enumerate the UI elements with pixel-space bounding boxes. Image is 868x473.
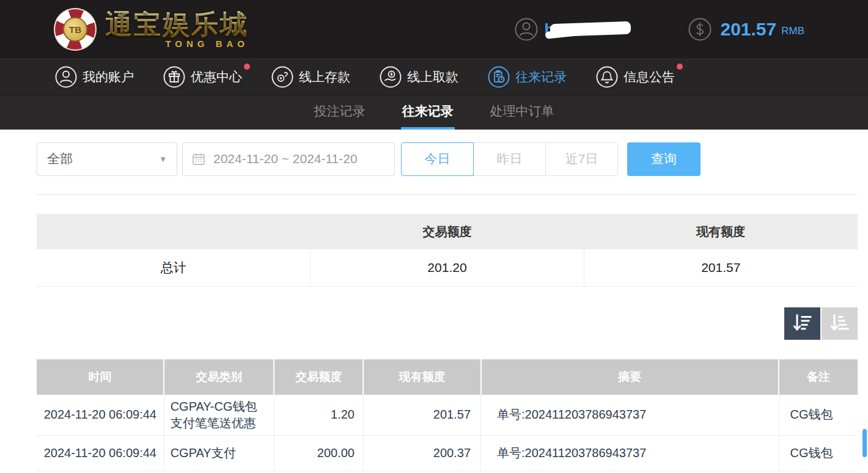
col-amount: 交易额度 xyxy=(274,359,363,395)
type-select-value: 全部 xyxy=(47,150,73,167)
sort-descending-button[interactable] xyxy=(784,307,820,340)
main-content: 全部 ▼ 2024-11-20 ~ 2024-11-20 今日 昨日 近7日 查… xyxy=(0,130,868,471)
cell-time: 2024-11-20 06:09:44 xyxy=(37,435,164,471)
gift-icon xyxy=(163,66,185,88)
summary-table: 交易额度 现有额度 总计 201.20 201.57 xyxy=(37,214,858,287)
query-button[interactable]: 查询 xyxy=(627,142,701,176)
casino-chip-icon: TB xyxy=(54,8,97,51)
sort-ascending-button[interactable] xyxy=(822,307,858,340)
cell-amount: 1.20 xyxy=(274,395,363,436)
withdraw-hand-coin-icon xyxy=(380,66,402,88)
section-divider xyxy=(37,194,858,195)
nav-label: 我的账户 xyxy=(83,68,134,86)
table-row: 2024-11-20 06:09:44 CGPAY支付 200.00 200.3… xyxy=(37,435,858,471)
summary-col-current-balance: 现有额度 xyxy=(584,214,858,249)
nav-item-records[interactable]: 往来记录 xyxy=(488,66,567,88)
cell-summary: 单号:202411203786943737 xyxy=(481,395,779,436)
range-yesterday-button[interactable]: 昨日 xyxy=(473,142,546,176)
col-type: 交易类别 xyxy=(164,359,274,395)
site-subtitle: TONG BAO xyxy=(105,39,249,48)
calendar-icon xyxy=(191,152,206,166)
cell-time: 2024-11-20 06:09:44 xyxy=(37,395,164,436)
transactions-table: 时间 交易类别 交易额度 现有额度 摘要 备注 2024-11-20 06:09… xyxy=(37,359,858,471)
chevron-down-icon: ▼ xyxy=(159,155,167,164)
cell-balance: 201.57 xyxy=(363,395,480,436)
main-navigation: 我的账户 优惠中心 线上存款 线上取款 往来记录 信息公告 xyxy=(0,59,868,95)
username-redacted: b xyxy=(544,18,636,41)
nav-item-withdraw[interactable]: 线上取款 xyxy=(380,66,458,88)
user-icon xyxy=(515,18,538,41)
cell-remark: CG钱包 xyxy=(779,435,858,471)
nav-label: 信息公告 xyxy=(623,68,675,86)
cell-type: CGPAY支付 xyxy=(164,435,274,471)
notification-badge xyxy=(677,64,683,70)
range-today-button[interactable]: 今日 xyxy=(401,142,474,176)
summary-total-label: 总计 xyxy=(37,249,311,286)
deposit-hand-coin-icon xyxy=(271,66,293,88)
table-header-row: 时间 交易类别 交易额度 现有额度 摘要 备注 xyxy=(37,359,858,395)
notification-badge xyxy=(244,64,250,70)
cell-summary: 单号:202411203786943737 xyxy=(481,435,779,471)
summary-current-balance: 201.57 xyxy=(584,249,858,286)
summary-total-row: 总计 201.20 201.57 xyxy=(37,249,858,286)
bell-icon xyxy=(596,66,618,88)
date-range-input[interactable]: 2024-11-20 ~ 2024-11-20 xyxy=(182,142,395,176)
balance-currency: RMB xyxy=(781,25,804,37)
col-remark: 备注 xyxy=(779,359,858,395)
records-clipboard-icon xyxy=(488,66,510,88)
site-title: 通宝娱乐城 xyxy=(105,11,249,38)
nav-item-deposit[interactable]: 线上存款 xyxy=(271,66,350,88)
type-select[interactable]: 全部 ▼ xyxy=(37,142,177,176)
nav-label: 线上存款 xyxy=(299,68,350,86)
tab-pending-orders[interactable]: 处理中订单 xyxy=(489,95,556,130)
range-last7-button[interactable]: 近7日 xyxy=(545,142,618,176)
nav-label: 往来记录 xyxy=(515,68,567,86)
top-header: TB 通宝娱乐城 TONG BAO b 201.57 RMB xyxy=(0,0,868,59)
nav-label: 优惠中心 xyxy=(191,68,242,86)
quick-range-group: 今日 昨日 近7日 xyxy=(401,142,618,176)
col-balance: 现有额度 xyxy=(363,359,480,395)
summary-col-blank xyxy=(37,214,311,249)
user-circle-icon xyxy=(55,66,77,88)
site-logo[interactable]: TB 通宝娱乐城 TONG BAO xyxy=(54,8,249,51)
dollar-coin-icon xyxy=(688,18,712,41)
summary-col-transaction-amount: 交易额度 xyxy=(311,214,584,249)
chip-monogram: TB xyxy=(63,17,87,42)
tab-betting-records[interactable]: 投注记录 xyxy=(313,95,367,130)
filter-bar: 全部 ▼ 2024-11-20 ~ 2024-11-20 今日 昨日 近7日 查… xyxy=(37,142,858,176)
cell-amount: 200.00 xyxy=(274,435,363,471)
balance-amount: 201.57 xyxy=(720,19,776,40)
cell-balance: 200.37 xyxy=(363,435,480,471)
balance-display[interactable]: 201.57 RMB xyxy=(688,18,804,41)
table-row: 2024-11-20 06:09:44 CGPAY-CG钱包支付笔笔送优惠 1.… xyxy=(37,395,858,436)
record-tabs: 投注记录 往来记录 处理中订单 xyxy=(0,95,868,130)
tab-transaction-records[interactable]: 往来记录 xyxy=(401,95,455,130)
col-time: 时间 xyxy=(37,359,164,395)
cell-remark: CG钱包 xyxy=(779,395,858,436)
nav-label: 线上取款 xyxy=(407,68,458,86)
summary-transaction-amount: 201.20 xyxy=(311,249,584,286)
vertical-scrollbar-thumb[interactable] xyxy=(862,429,867,457)
nav-item-my-account[interactable]: 我的账户 xyxy=(55,66,134,88)
col-summary: 摘要 xyxy=(481,359,779,395)
date-range-value: 2024-11-20 ~ 2024-11-20 xyxy=(213,152,358,166)
user-account[interactable]: b xyxy=(515,18,636,41)
sort-controls xyxy=(37,307,858,340)
cell-type: CGPAY-CG钱包支付笔笔送优惠 xyxy=(164,395,274,436)
nav-item-announcements[interactable]: 信息公告 xyxy=(596,66,675,88)
nav-item-promotions[interactable]: 优惠中心 xyxy=(163,66,242,88)
